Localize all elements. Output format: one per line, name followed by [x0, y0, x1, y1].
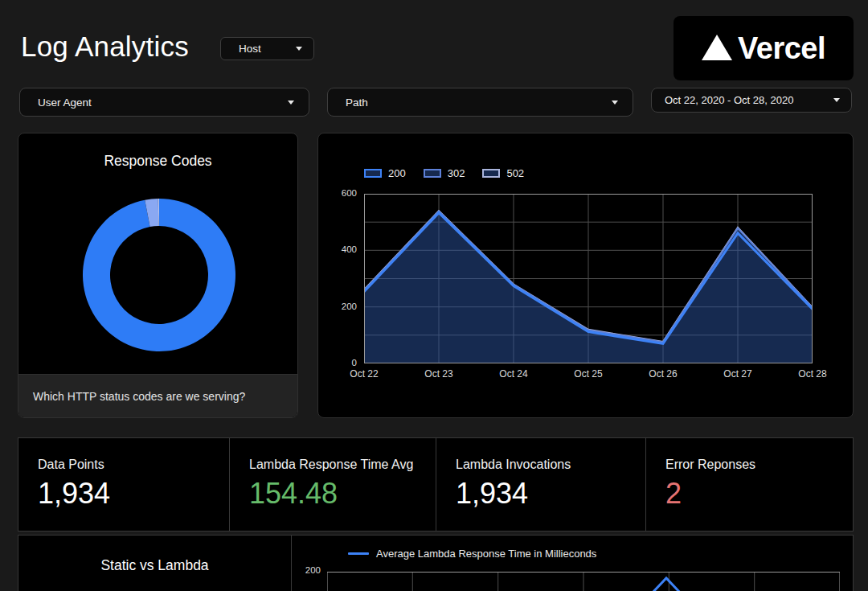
- caret-down-icon: [296, 47, 302, 51]
- y-tick-label: 0: [325, 358, 357, 367]
- legend-item-200[interactable]: 200: [364, 167, 406, 179]
- stat-lambda-invocations: Lambda Invocations 1,934: [436, 438, 646, 531]
- user-agent-dropdown[interactable]: User Agent: [19, 88, 309, 117]
- x-tick-label: Oct 22: [340, 368, 388, 380]
- page-title: Log Analytics: [21, 31, 189, 63]
- user-agent-dropdown-label: User Agent: [38, 96, 92, 109]
- legend-line-swatch: [348, 552, 369, 555]
- vercel-triangle-icon: [702, 35, 732, 60]
- stat-label: Lambda Response Time Avg: [249, 458, 413, 472]
- stat-value: 1,934: [38, 477, 110, 511]
- static-vs-lambda-panel: Static vs Lambda Average Lambda Response…: [18, 535, 854, 591]
- x-tick-label: Oct 28: [788, 368, 837, 380]
- caret-down-icon: [612, 101, 618, 105]
- response-codes-donut-chart: [79, 195, 240, 355]
- y-tick-label: 400: [325, 244, 357, 254]
- host-dropdown[interactable]: Host: [220, 37, 314, 60]
- legend-label: 302: [448, 167, 465, 179]
- response-codes-card: Response Codes Which HTTP status codes a…: [18, 133, 298, 418]
- avg-response-legend[interactable]: Average Lambda Response Time in Millieco…: [348, 548, 596, 560]
- avg-response-time-chart: [327, 571, 840, 591]
- static-vs-lambda-title: Static vs Lambda: [18, 557, 291, 574]
- legend-item-302[interactable]: 302: [424, 167, 465, 179]
- status-codes-chart-card: 200302502 6004002000 Oct 22Oct 23Oct 24O…: [317, 133, 854, 418]
- stat-label: Data Points: [38, 458, 104, 472]
- x-tick-label: Oct 25: [564, 368, 612, 380]
- legend-swatch: [364, 169, 382, 178]
- vercel-wordmark: Vercel: [738, 31, 825, 66]
- stat-value: 2: [665, 477, 682, 511]
- legend-label: 502: [506, 167, 524, 179]
- y-tick-label: 200: [325, 302, 357, 311]
- stat-data-points: Data Points 1,934: [18, 438, 230, 531]
- path-dropdown-label: Path: [346, 96, 368, 109]
- stats-panel: Data Points 1,934 Lambda Response Time A…: [18, 437, 854, 531]
- donut-caption: Which HTTP status codes are we serving?: [33, 390, 245, 403]
- vercel-logo: Vercel: [674, 16, 854, 80]
- response-codes-title: Response Codes: [18, 153, 297, 170]
- y-tick-label: 200: [298, 565, 321, 575]
- date-range-label: Oct 22, 2020 - Oct 28, 2020: [665, 94, 793, 106]
- y-tick-label: 600: [325, 188, 357, 198]
- stat-error-responses: Error Reponses 2: [646, 438, 854, 531]
- x-tick-label: Oct 23: [415, 368, 463, 380]
- stat-label: Error Reponses: [665, 458, 755, 472]
- date-range-dropdown[interactable]: Oct 22, 2020 - Oct 28, 2020: [651, 88, 852, 113]
- legend-label: Average Lambda Response Time in Millieco…: [376, 548, 596, 560]
- legend-swatch: [482, 169, 500, 178]
- x-tick-label: Oct 27: [714, 368, 762, 380]
- stat-label: Lambda Invocations: [456, 458, 571, 472]
- legend-swatch: [424, 169, 441, 178]
- path-dropdown[interactable]: Path: [327, 88, 633, 117]
- status-codes-area-chart: [364, 194, 813, 363]
- donut-footer: Which HTTP status codes are we serving?: [18, 374, 297, 417]
- host-dropdown-label: Host: [239, 43, 261, 55]
- legend-label: 200: [388, 167, 406, 179]
- log-analytics-dashboard: Log Analytics Host Vercel User Agent Pat…: [0, 0, 868, 591]
- stat-lambda-response-time: Lambda Response Time Avg 154.48: [230, 438, 436, 531]
- legend-item-502[interactable]: 502: [482, 167, 524, 179]
- x-tick-label: Oct 26: [639, 368, 687, 380]
- stat-value: 154.48: [249, 477, 338, 511]
- static-vs-lambda-cell: Static vs Lambda: [18, 536, 292, 591]
- caret-down-icon: [288, 101, 294, 105]
- caret-down-icon: [833, 98, 840, 102]
- x-tick-label: Oct 24: [489, 368, 538, 380]
- chart-legend: 200302502: [364, 167, 524, 179]
- stat-value: 1,934: [456, 477, 528, 511]
